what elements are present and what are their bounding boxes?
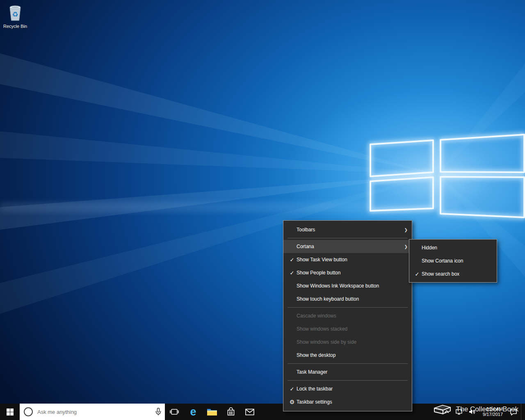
task-view-button[interactable] xyxy=(165,404,184,420)
volume-icon xyxy=(468,409,476,415)
menu-separator xyxy=(288,238,408,238)
menu-item-lock-the-taskbar[interactable]: ✓ Lock the taskbar xyxy=(283,382,412,395)
menu-item-task-manager[interactable]: Task Manager xyxy=(283,365,412,379)
search-input[interactable] xyxy=(37,409,155,415)
task-view-icon xyxy=(169,407,179,417)
submenu-item-show-cortana-icon[interactable]: Show Cortana icon xyxy=(409,254,497,267)
recycle-bin-label: Recycle Bin xyxy=(3,24,27,29)
store-button[interactable] xyxy=(221,404,240,420)
menu-item-label: Show the desktop xyxy=(297,352,409,358)
menu-item-show-windows-stacked: Show windows stacked xyxy=(283,322,412,336)
menu-separator xyxy=(288,380,408,381)
menu-item-show-task-view-button[interactable]: ✓ Show Task View button xyxy=(283,253,412,266)
gear-icon: ⚙ xyxy=(288,399,297,405)
mail-icon xyxy=(245,408,255,416)
start-button[interactable] xyxy=(0,404,20,420)
cortana-icon xyxy=(24,407,33,416)
menu-item-label: Taskbar settings xyxy=(297,399,409,405)
cortana-submenu: Hidden Show Cortana icon ✓ Show search b… xyxy=(409,239,497,283)
menu-item-taskbar-settings[interactable]: ⚙ Taskbar settings xyxy=(283,395,412,409)
wallpaper xyxy=(0,0,525,420)
menu-item-label: Show windows stacked xyxy=(297,326,409,332)
svg-text:♻: ♻ xyxy=(12,10,18,18)
menu-item-show-windows-side-by-side: Show windows side by side xyxy=(283,336,412,349)
menu-item-label: Toolbars xyxy=(297,227,404,233)
menu-item-show-windows-ink-workspace-button[interactable]: Show Windows Ink Workspace button xyxy=(283,279,412,292)
menu-item-cortana[interactable]: Cortana ❯ xyxy=(283,240,412,253)
check-icon: ✓ xyxy=(288,257,297,263)
menu-item-label: Cascade windows xyxy=(297,313,409,319)
menu-item-label: Hidden xyxy=(422,245,493,251)
menu-separator xyxy=(288,363,408,364)
store-icon xyxy=(226,407,235,416)
recycle-bin[interactable]: ♻ Recycle Bin xyxy=(2,3,28,29)
menu-item-label: Lock the taskbar xyxy=(297,386,409,392)
submenu-arrow-icon: ❯ xyxy=(404,228,409,232)
menu-separator xyxy=(288,307,408,308)
volume-button[interactable] xyxy=(466,404,478,420)
menu-item-show-the-desktop[interactable]: Show the desktop xyxy=(283,349,412,362)
microphone-icon[interactable] xyxy=(155,408,162,416)
action-center-icon xyxy=(510,409,517,415)
menu-item-label: Show windows side by side xyxy=(297,339,409,345)
menu-item-show-touch-keyboard-button[interactable]: Show touch keyboard button xyxy=(283,292,412,306)
menu-item-label: Show Cortana icon xyxy=(422,258,493,264)
taskbar-clock[interactable]: 9:34 AM 9/17/2017 xyxy=(479,406,506,417)
desktop: ♻ Recycle Bin Toolbars ❯ Cortana ❯ ✓ Sho… xyxy=(0,0,525,420)
submenu-item-show-search-box[interactable]: ✓ Show search box xyxy=(409,267,497,281)
menu-item-label: Cortana xyxy=(297,244,404,249)
file-explorer-button[interactable] xyxy=(203,404,221,420)
show-hidden-icons-button[interactable] xyxy=(442,404,452,420)
system-tray: 9:34 AM 9/17/2017 xyxy=(442,404,525,420)
network-icon xyxy=(455,409,463,415)
menu-item-toolbars[interactable]: Toolbars ❯ xyxy=(283,223,412,236)
menu-item-label: Show Task View button xyxy=(297,257,409,262)
submenu-arrow-icon: ❯ xyxy=(404,244,409,249)
clock-date: 9/17/2017 xyxy=(483,412,503,417)
network-button[interactable] xyxy=(453,404,465,420)
menu-item-label: Show touch keyboard button xyxy=(297,296,409,302)
clock-time: 9:34 AM xyxy=(486,406,503,412)
mail-button[interactable] xyxy=(240,404,259,420)
edge-button[interactable]: e xyxy=(184,404,203,420)
menu-item-label: Show search box xyxy=(422,271,493,277)
show-desktop-button[interactable] xyxy=(521,404,523,420)
submenu-item-hidden[interactable]: Hidden xyxy=(409,241,497,254)
windows-logo-icon xyxy=(7,409,14,415)
cortana-search-box[interactable] xyxy=(20,404,165,420)
menu-item-label: Show Windows Ink Workspace button xyxy=(297,283,409,289)
check-icon: ✓ xyxy=(413,271,422,277)
check-icon: ✓ xyxy=(288,386,297,392)
file-explorer-icon xyxy=(207,407,217,416)
chevron-up-icon xyxy=(444,410,450,414)
edge-icon: e xyxy=(190,406,196,418)
taskbar-context-menu: Toolbars ❯ Cortana ❯ ✓ Show Task View bu… xyxy=(283,220,412,411)
menu-item-label: Show People button xyxy=(297,270,409,276)
menu-item-show-people-button[interactable]: ✓ Show People button xyxy=(283,266,412,279)
menu-item-label: Task Manager xyxy=(297,369,409,375)
menu-item-cascade-windows: Cascade windows xyxy=(283,309,412,322)
recycle-bin-icon: ♻ xyxy=(7,3,24,22)
action-center-button[interactable] xyxy=(508,404,519,420)
check-icon: ✓ xyxy=(288,270,297,276)
taskbar: e xyxy=(0,404,525,420)
